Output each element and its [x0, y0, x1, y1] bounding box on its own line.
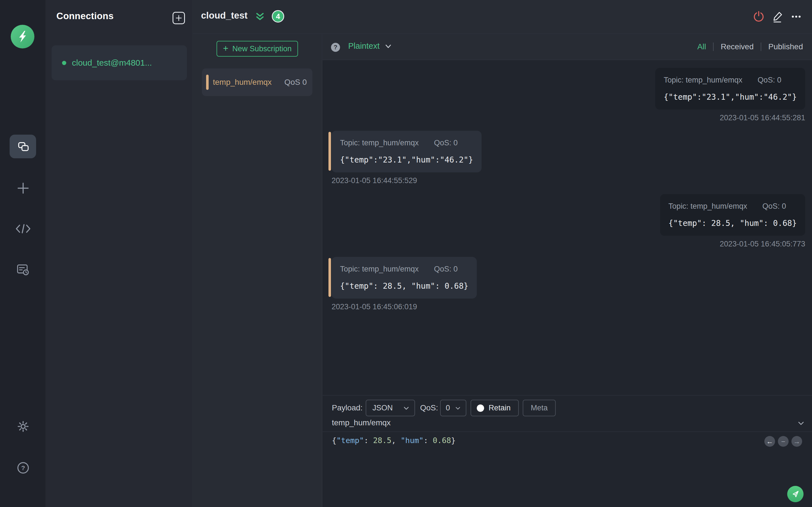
help-icon[interactable]: ?	[0, 455, 46, 481]
collapse-double-chevron-icon[interactable]	[254, 11, 266, 22]
message-qos: QoS: 0	[434, 138, 458, 147]
payload-format-label: Payload:	[332, 403, 363, 412]
more-options-icon[interactable]	[790, 10, 803, 23]
message-received: Topic: temp_hum/emqx QoS: 0 {"temp":"23.…	[328, 131, 481, 185]
message-payload: {"temp": 28.5, "hum": 0.68}	[668, 219, 797, 228]
payload-format-select[interactable]: JSON	[366, 400, 415, 416]
subscriptions-panel: + New Subscription temp_hum/emqx QoS 0	[193, 34, 322, 507]
message-topic: Topic: temp_hum/emqx	[340, 265, 419, 274]
message-card[interactable]: Topic: temp_hum/emqx QoS: 0 {"temp": 28.…	[332, 257, 477, 298]
topic-value: temp_hum/emqx	[332, 418, 391, 427]
add-connection-button[interactable]	[172, 12, 185, 24]
message-topic: Topic: temp_hum/emqx	[664, 76, 742, 84]
message-qos: QoS: 0	[758, 76, 781, 84]
connections-panel: Connections cloud_test@m4801...	[46, 0, 193, 507]
qos-value: 0	[446, 404, 450, 412]
message-timestamp: 2023-01-05 16:44:55:281	[720, 114, 805, 122]
collapse-editor-chevron-icon[interactable]	[796, 418, 806, 428]
connections-title: Connections	[56, 11, 114, 21]
retain-toggle[interactable]: Retain	[470, 400, 519, 416]
editor-token: :	[423, 436, 433, 445]
mqttx-window: ? Connections cloud_test@m4801... cloud_…	[0, 0, 812, 507]
message-published: Topic: temp_hum/emqx QoS: 0 {"temp": 28.…	[660, 194, 805, 248]
message-published: Topic: temp_hum/emqx QoS: 0 {"temp":"23.…	[655, 68, 805, 122]
send-button[interactable]	[787, 486, 804, 502]
message-accent-bar	[328, 258, 331, 297]
editor-token: :	[364, 436, 373, 445]
new-subscription-button[interactable]: + New Subscription	[216, 41, 298, 57]
message-topic: Topic: temp_hum/emqx	[668, 202, 747, 211]
history-prev-button[interactable]: ←	[764, 436, 775, 447]
editor-token: "hum"	[401, 436, 423, 445]
svg-text:?: ?	[21, 464, 25, 471]
format-help-icon[interactable]: ?	[331, 43, 340, 52]
connection-status-dot	[62, 61, 66, 65]
message-payload: {"temp":"23.1","hum":"46.2"}	[340, 155, 473, 165]
message-received: Topic: temp_hum/emqx QoS: 0 {"temp": 28.…	[328, 257, 477, 311]
filter-all[interactable]: All	[697, 42, 706, 51]
payload-editor[interactable]: {"temp": 28.5, "hum": 0.68}	[332, 436, 456, 445]
edit-pencil-icon[interactable]	[771, 10, 784, 23]
editor-divider	[322, 432, 812, 432]
meta-button[interactable]: Meta	[523, 400, 556, 416]
plus-icon: +	[223, 44, 229, 53]
settings-gear-icon[interactable]	[0, 413, 46, 439]
message-timestamp: 2023-01-05 16:44:55:529	[332, 176, 417, 185]
mqttx-logo	[11, 25, 35, 48]
message-card[interactable]: Topic: temp_hum/emqx QoS: 0 {"temp":"23.…	[655, 68, 805, 110]
message-qos: QoS: 0	[762, 202, 786, 211]
message-payload: {"temp": 28.5, "hum": 0.68}	[340, 281, 468, 291]
editor-token: 28.5	[373, 436, 391, 445]
script-icon[interactable]	[0, 216, 46, 242]
qos-label: QoS:	[420, 403, 438, 412]
message-timestamp: 2023-01-05 16:45:06:019	[332, 302, 417, 311]
subscription-color-bar	[206, 75, 209, 90]
filter-divider	[761, 43, 761, 51]
message-count-badge: 4	[272, 10, 284, 22]
log-icon[interactable]	[0, 257, 46, 283]
filter-published[interactable]: Published	[768, 42, 803, 51]
payload-format-value: JSON	[372, 404, 393, 412]
editor-token: "temp"	[336, 436, 364, 445]
editor-token: 0.68	[433, 436, 451, 445]
disconnect-power-icon[interactable]	[752, 10, 765, 23]
message-card[interactable]: Topic: temp_hum/emqx QoS: 0 {"temp": 28.…	[660, 194, 805, 236]
topic-input[interactable]: temp_hum/emqx	[322, 416, 812, 432]
message-qos: QoS: 0	[434, 265, 458, 274]
message-filter-tabs: All Received Published	[697, 42, 803, 51]
connection-name: cloud_test@m4801...	[72, 58, 152, 68]
messages-toolbar: ? Plaintext All Received Published	[322, 34, 812, 60]
editor-token: }	[451, 436, 456, 445]
editor-token: ,	[391, 436, 401, 445]
qos-select[interactable]: 0	[440, 400, 466, 416]
retain-radio-icon	[477, 404, 484, 412]
payload-format-dropdown[interactable]: Plaintext	[348, 41, 393, 51]
filter-received[interactable]: Received	[721, 42, 754, 51]
subscription-item[interactable]: temp_hum/emqx QoS 0	[202, 68, 312, 96]
message-accent-bar	[328, 132, 331, 171]
publish-panel: Payload: JSON QoS: 0 Retain Meta temp_hu…	[322, 395, 812, 507]
message-list: Topic: temp_hum/emqx QoS: 0 {"temp":"23.…	[322, 60, 812, 395]
active-connection-title: cloud_test	[201, 10, 248, 21]
message-timestamp: 2023-01-05 16:45:05:773	[720, 240, 805, 248]
subscription-topic: temp_hum/emqx	[213, 78, 285, 87]
connection-header-bar: cloud_test 4	[193, 0, 812, 34]
new-connection-icon[interactable]	[0, 175, 46, 201]
app-toolbar: ?	[0, 0, 46, 507]
history-next-button[interactable]: →	[792, 436, 802, 447]
message-payload: {"temp":"23.1","hum":"46.2"}	[664, 93, 797, 102]
subscription-qos: QoS 0	[285, 78, 307, 87]
editor-token: {	[332, 436, 336, 445]
message-topic: Topic: temp_hum/emqx	[340, 138, 419, 147]
format-value: Plaintext	[348, 41, 379, 51]
filter-divider	[713, 43, 714, 51]
message-card[interactable]: Topic: temp_hum/emqx QoS: 0 {"temp":"23.…	[332, 131, 481, 172]
history-clear-button[interactable]: −	[778, 436, 789, 447]
retain-label: Retain	[489, 404, 511, 412]
connection-item[interactable]: cloud_test@m4801...	[52, 45, 187, 80]
new-subscription-label: New Subscription	[232, 45, 292, 53]
connections-icon[interactable]	[0, 133, 46, 159]
